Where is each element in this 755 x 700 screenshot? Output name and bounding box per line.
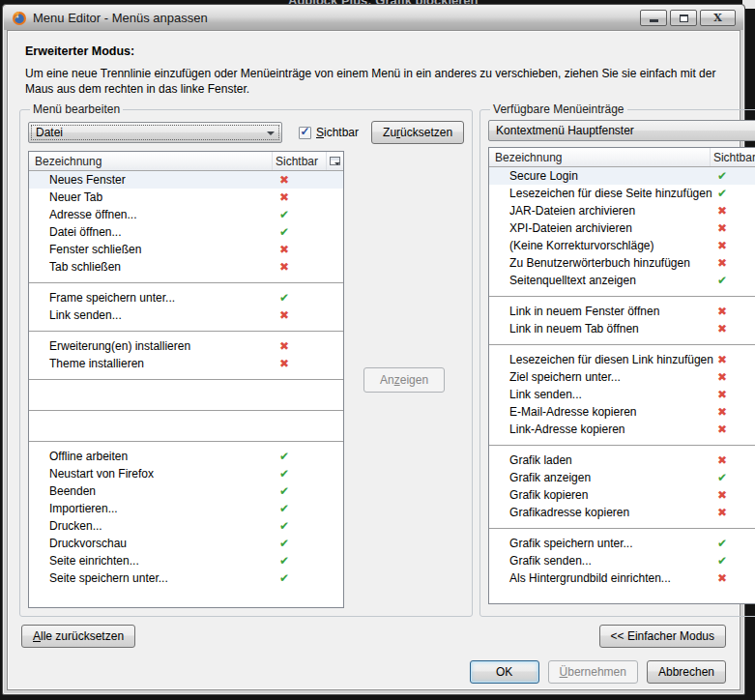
sichtbar-checkbox[interactable]: ✓ xyxy=(299,127,311,139)
list-item-label: Lesezeichen für diesen Link hinzufügen xyxy=(489,353,713,366)
list-item[interactable]: Link senden...✖ xyxy=(489,386,755,403)
visible-check-icon: ✔ xyxy=(276,555,330,567)
hidden-cross-icon: ✖ xyxy=(713,323,755,335)
available-menu-rows: Secure Login✔Lesezeichen für diese Seite… xyxy=(489,167,755,603)
firefox-icon xyxy=(12,11,27,26)
list-item[interactable]: Link in neuem Tab öffnen✖ xyxy=(489,320,755,337)
list-item-label: Grafik anzeigen xyxy=(489,471,713,484)
einfacher-modus-button[interactable]: << Einfacher Modus xyxy=(599,625,726,648)
list-item[interactable]: Neues Fenster✖ xyxy=(29,171,343,189)
list-item[interactable]: Seite speichern unter...✔ xyxy=(29,569,343,587)
list-item[interactable]: Datei öffnen...✔ xyxy=(29,223,343,241)
column-picker-icon[interactable] xyxy=(326,152,343,170)
list-item[interactable]: Neustart von Firefox✔ xyxy=(29,465,343,482)
list-separator[interactable] xyxy=(29,434,343,448)
list-item[interactable]: Importieren...✔ xyxy=(29,500,343,517)
list-item-label: Link senden... xyxy=(489,388,713,401)
abbrechen-button[interactable]: Abbrechen xyxy=(647,660,726,684)
list-item[interactable]: Link in neuem Fenster öffnen✖ xyxy=(489,303,755,320)
titlebar[interactable]: Menu Editor - Menüs anpassen X xyxy=(4,6,743,30)
list-item[interactable]: Ziel speichern unter...✖ xyxy=(489,368,755,386)
list-item[interactable]: Grafik laden✖ xyxy=(489,452,755,469)
visible-check-icon: ✔ xyxy=(276,451,330,462)
list-item[interactable]: Grafikadresse kopieren✖ xyxy=(489,504,755,521)
list-separator[interactable] xyxy=(489,438,755,452)
column-header-bezeichnung[interactable]: Bezeichnung xyxy=(29,155,272,168)
close-button[interactable]: X xyxy=(700,10,736,26)
list-item[interactable]: Link-Adresse kopieren✖ xyxy=(489,421,755,438)
list-separator[interactable] xyxy=(29,372,343,386)
column-header-bezeichnung[interactable]: Bezeichnung xyxy=(489,151,710,164)
list-item[interactable]: Tab schließen✖ xyxy=(29,258,343,276)
minimize-button[interactable] xyxy=(640,10,667,26)
column-header-sichtbar[interactable]: Sichtbar xyxy=(272,152,326,170)
alle-zuruecksetzen-button[interactable]: Alle zurücksetzen xyxy=(21,625,135,648)
edit-menu-list[interactable]: Bezeichnung Sichtbar Neues Fenster✖Neuer… xyxy=(28,151,344,608)
window-controls: X xyxy=(640,10,736,26)
hidden-cross-icon: ✖ xyxy=(713,389,755,400)
list-separator[interactable] xyxy=(489,289,755,303)
ok-button[interactable]: OK xyxy=(470,660,539,684)
available-menu-select[interactable]: Kontextmenü Hauptfenster xyxy=(488,120,755,141)
list-item[interactable]: Grafik anzeigen✔ xyxy=(489,469,755,486)
list-item-label: Offline arbeiten xyxy=(29,450,276,463)
list-item[interactable]: Grafik senden...✔ xyxy=(489,552,755,569)
anzeigen-button[interactable]: Anzeigen xyxy=(363,367,445,393)
list-item[interactable]: Drucken...✔ xyxy=(29,517,343,535)
list-item[interactable]: Als Hintergrundbild einrichten...✖ xyxy=(489,569,755,587)
list-item[interactable]: Druckvorschau✔ xyxy=(29,535,343,552)
list-item[interactable]: Offline arbeiten✔ xyxy=(29,448,343,465)
uebernehmen-button[interactable]: Übernehmen xyxy=(548,660,638,684)
visible-check-icon: ✔ xyxy=(276,520,330,532)
list-item-label: Link in neuem Tab öffnen xyxy=(489,322,713,335)
list-item[interactable]: Secure Login✔ xyxy=(489,167,755,185)
list-item[interactable]: Neuer Tab✖ xyxy=(29,189,343,206)
list-item[interactable]: Fenster schließen✖ xyxy=(29,241,343,258)
menu-bearbeiten-legend: Menü bearbeiten xyxy=(30,102,123,116)
available-menu-list[interactable]: Bezeichnung Sichtbar Secure Login✔Leseze… xyxy=(488,147,755,604)
list-item-label: Frame speichern unter... xyxy=(29,291,276,305)
zuruecksetzen-button[interactable]: Zurücksetzen xyxy=(371,121,464,144)
column-header-sichtbar[interactable]: Sichtbar xyxy=(710,148,755,166)
edit-menu-rows: Neues Fenster✖Neuer Tab✖Adresse öffnen..… xyxy=(29,171,343,607)
list-item-label: Beenden xyxy=(29,484,276,498)
menu-select[interactable]: Datei xyxy=(28,122,282,143)
advanced-mode-heading: Erweiterter Modus: xyxy=(25,44,728,58)
list-item[interactable]: JAR-Dateien archivieren✖ xyxy=(489,202,755,219)
sichtbar-checkbox-row[interactable]: ✓ Sichtbar xyxy=(299,126,359,139)
list-blank-item[interactable] xyxy=(29,417,343,434)
list-item[interactable]: XPI-Dateien archivieren✖ xyxy=(489,219,755,237)
list-item[interactable]: Link senden...✖ xyxy=(29,306,343,324)
list-item[interactable]: Grafik speichern unter...✔ xyxy=(489,535,755,552)
verfuegbare-menueeintraege-group: Verfügbare Menüeinträge Kontextmenü Haup… xyxy=(479,102,755,617)
list-item[interactable]: (Keine Korrekturvorschläge)✖ xyxy=(489,237,755,254)
list-item-label: Datei öffnen... xyxy=(29,225,276,239)
list-separator[interactable] xyxy=(489,337,755,351)
list-item[interactable]: Lesezeichen für diese Seite hinzufügen✔ xyxy=(489,185,755,202)
separator-line xyxy=(29,379,343,380)
list-separator[interactable] xyxy=(489,521,755,535)
available-menu-select-value: Kontextmenü Hauptfenster xyxy=(496,124,634,137)
list-separator[interactable] xyxy=(29,403,343,417)
list-item[interactable]: Theme installieren✖ xyxy=(29,355,343,372)
list-item[interactable]: Zu Benutzerwörterbuch hinzufügen✖ xyxy=(489,254,755,272)
list-item[interactable]: Lesezeichen für diesen Link hinzufügen✖ xyxy=(489,351,755,368)
list-item[interactable]: Seitenquelltext anzeigen✔ xyxy=(489,272,755,289)
list-item[interactable]: Beenden✔ xyxy=(29,482,343,500)
visible-check-icon: ✔ xyxy=(713,472,755,483)
separator-line xyxy=(29,331,343,332)
list-separator[interactable] xyxy=(29,324,343,337)
list-item[interactable]: Erweiterung(en) installieren✖ xyxy=(29,337,343,355)
list-item[interactable]: Grafik kopieren✖ xyxy=(489,486,755,504)
maximize-button[interactable] xyxy=(670,10,697,26)
list-item[interactable]: E-Mail-Adresse kopieren✖ xyxy=(489,403,755,421)
list-item[interactable]: Seite einrichten...✔ xyxy=(29,552,343,569)
list-item[interactable]: Adresse öffnen...✔ xyxy=(29,206,343,223)
list-blank-item[interactable] xyxy=(29,386,343,403)
list-header: Bezeichnung Sichtbar xyxy=(489,148,755,167)
visible-check-icon: ✔ xyxy=(276,226,330,238)
list-separator[interactable] xyxy=(29,276,343,289)
list-item[interactable]: Frame speichern unter...✔ xyxy=(29,289,343,306)
dialog-content: Erweiterter Modus: Um eine neue Trennlin… xyxy=(7,30,740,690)
separator-line xyxy=(489,344,755,345)
